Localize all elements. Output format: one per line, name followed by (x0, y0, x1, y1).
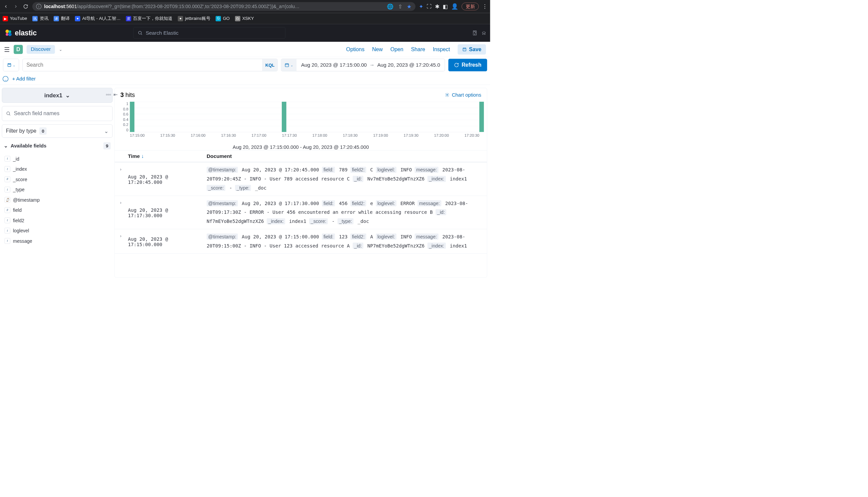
site-info-icon[interactable]: i (36, 4, 41, 9)
bookmark-item[interactable]: ●jetbrains账号 (178, 15, 211, 22)
profile-icon[interactable]: 👤 (451, 3, 458, 10)
kql-search-input[interactable]: KQL (23, 59, 278, 71)
bookmark-item[interactable]: 讯资讯 (32, 15, 48, 22)
field-search-input[interactable]: Search field names (2, 106, 113, 121)
field-item[interactable]: ⌚@timestamp (3, 195, 112, 204)
hit-count: 3 hits (120, 91, 135, 98)
filter-menu-icon[interactable]: ⎯ (3, 76, 9, 82)
chevron-down-icon: ⌄ (65, 92, 70, 99)
browser-toolbar: i localhost:5601/app/discover#/?_g=(time… (0, 0, 490, 13)
svg-point-3 (8, 33, 12, 36)
sidebar-collapse-icon[interactable]: ⇤ (113, 91, 117, 98)
user-menu-icon[interactable]: ⍾ (482, 30, 485, 36)
update-button[interactable]: 更新 (461, 3, 479, 11)
index-pattern-selector[interactable]: index1 ⌄ (2, 88, 113, 103)
bookmark-item[interactable]: ●AI导航 - AI人工智… (75, 15, 120, 22)
lens-icon[interactable]: ⛶ (427, 3, 432, 10)
extensions-icon[interactable]: ✦ (419, 3, 423, 10)
reload-button[interactable] (23, 3, 29, 10)
forward-button[interactable] (12, 3, 19, 10)
app-bar: ☰ D Discover ⌄ OptionsNewOpenShareInspec… (0, 42, 490, 57)
field-item[interactable]: #_score (3, 174, 112, 184)
saved-query-button[interactable]: ⌄ (3, 59, 19, 71)
appbar-link-new[interactable]: New (372, 46, 383, 53)
svg-rect-5 (463, 48, 466, 51)
available-fields-header[interactable]: ⌄ Available fields 9 (2, 141, 113, 151)
elastic-logo-icon (5, 29, 12, 37)
field-item[interactable]: t_type (3, 185, 112, 194)
sort-down-icon: ↓ (141, 153, 144, 159)
row-timestamp: Aug 20, 2023 @ 17:15:00.000 (127, 232, 205, 250)
add-filter-button[interactable]: + Add filter (12, 76, 36, 82)
histogram-chart[interactable]: 10.80.60.40.20 17:15:0017:15:3017:16:001… (115, 102, 487, 143)
field-type-icon: # (5, 176, 11, 182)
field-type-icon: t (5, 156, 11, 161)
documents-table: Time ↓ Document ›Aug 20, 2023 @ 17:20:45… (115, 150, 487, 278)
query-language-toggle[interactable]: KQL (262, 59, 278, 71)
space-badge[interactable]: D (14, 45, 23, 54)
save-button[interactable]: Save (458, 44, 486, 54)
appbar-link-open[interactable]: Open (390, 46, 403, 53)
svg-point-9 (447, 94, 448, 95)
chevron-down-icon: ⌄ (13, 63, 15, 67)
svg-rect-6 (8, 63, 11, 67)
histogram-bar[interactable] (480, 102, 484, 132)
bookmark-item[interactable]: GGO (216, 16, 230, 21)
kebab-menu-icon[interactable]: ⋮ (482, 3, 487, 10)
field-item[interactable]: tloglevel (3, 226, 112, 236)
url-text: localhost:5601/app/discover#/?_g=(time:(… (44, 4, 300, 9)
bookmark-star-icon[interactable]: ★ (407, 3, 411, 10)
field-item[interactable]: t_id (3, 154, 112, 163)
field-item[interactable]: #field (3, 205, 112, 215)
query-bar: ⌄ KQL ⌄ Aug 20, 2023 @ 17:15:00.00 → Aug… (0, 57, 490, 73)
appbar-link-share[interactable]: Share (411, 46, 425, 53)
puzzle-icon[interactable]: ✱ (435, 3, 439, 10)
chart-range-label: Aug 20, 2023 @ 17:15:00.000 - Aug 20, 20… (115, 143, 487, 150)
field-type-icon: t (5, 166, 11, 172)
global-search-input[interactable]: Search Elastic (133, 27, 285, 39)
row-timestamp: Aug 20, 2023 @ 17:17:30.000 (127, 199, 205, 226)
chevron-down-icon[interactable]: ⌄ (59, 47, 62, 52)
filter-bar: ⎯ + Add filter (0, 73, 490, 85)
nav-toggle-button[interactable]: ☰ (4, 45, 10, 53)
back-button[interactable] (3, 3, 9, 10)
field-item[interactable]: tmessage (3, 236, 112, 245)
expand-row-button[interactable]: › (115, 165, 127, 192)
svg-point-0 (5, 30, 9, 33)
sidebar-edit-icon[interactable]: ▫▫▫ (106, 91, 111, 98)
refresh-button[interactable]: Refresh (448, 59, 487, 71)
expand-row-button[interactable]: › (115, 232, 127, 250)
kql-search-field[interactable] (23, 62, 262, 68)
histogram-bar[interactable] (282, 102, 286, 132)
calendar-icon[interactable]: ⌄ (281, 59, 296, 71)
histogram-bar[interactable] (130, 102, 135, 132)
disk-icon (462, 47, 467, 52)
date-from: Aug 20, 2023 @ 17:15:00.00 (301, 62, 367, 68)
field-item[interactable]: t_index (3, 164, 112, 174)
appbar-link-inspect[interactable]: Inspect (433, 46, 450, 53)
svg-point-2 (6, 33, 9, 36)
share-icon[interactable]: ⇧ (398, 3, 402, 10)
breadcrumb-discover[interactable]: Discover (27, 45, 55, 54)
bookmark-item[interactable]: 译翻译 (54, 15, 69, 22)
appbar-link-options[interactable]: Options (346, 46, 364, 53)
bookmark-item[interactable]: ▶YouTube (3, 16, 27, 21)
bookmark-icon: 🗀 (235, 16, 240, 21)
expand-row-button[interactable]: › (115, 199, 127, 226)
help-icon[interactable]: ⍰ (473, 30, 476, 36)
results-panel: 3 hits Chart options 10.80.60.40.20 17:1… (114, 88, 487, 278)
field-item[interactable]: tfield2 (3, 215, 112, 225)
bookmark-icon: ● (75, 16, 81, 21)
side-panel-icon[interactable]: ◧ (443, 3, 448, 10)
column-header-time[interactable]: Time ↓ (127, 153, 205, 159)
bookmark-item[interactable]: 🗀XSKY (235, 16, 254, 21)
date-range-picker[interactable]: ⌄ Aug 20, 2023 @ 17:15:00.00 → Aug 20, 2… (281, 59, 445, 71)
column-header-document[interactable]: Document (205, 153, 487, 159)
address-bar[interactable]: i localhost:5601/app/discover#/?_g=(time… (32, 2, 415, 11)
elastic-logo[interactable]: elastic (5, 29, 37, 37)
bookmark-item[interactable]: 度百度一下，你就知道 (126, 15, 172, 22)
translate-icon[interactable]: 🌐 (387, 3, 394, 10)
svg-point-8 (7, 112, 10, 115)
chart-options-button[interactable]: Chart options (445, 92, 482, 98)
filter-by-type-button[interactable]: Filter by type 0 ⌄ (2, 124, 113, 138)
